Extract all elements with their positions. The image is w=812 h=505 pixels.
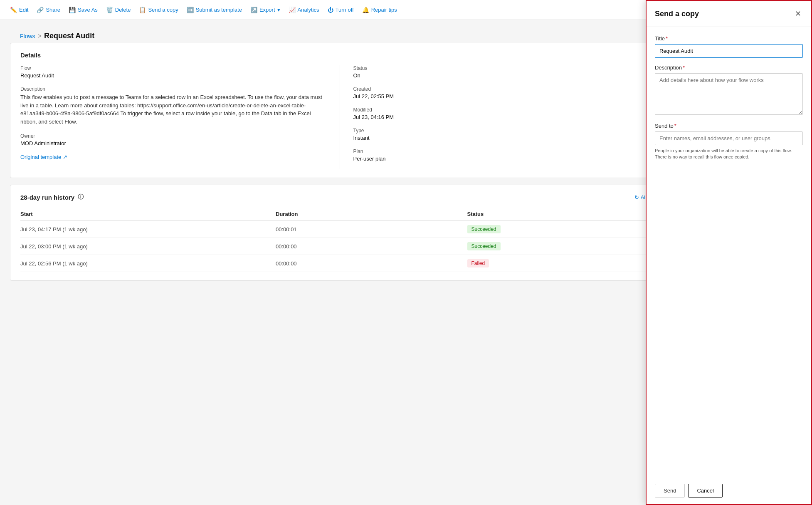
breadcrumb-flows-link[interactable]: Flows xyxy=(20,33,35,40)
run-history-table: Start Duration Status Jul 23, 04:17 PM (… xyxy=(20,208,659,272)
toolbar-save-as[interactable]: 💾 Save As xyxy=(65,5,101,15)
status-label: Status xyxy=(353,65,659,71)
toolbar-submit-template[interactable]: ➡️ Submit as template xyxy=(183,5,245,15)
run-start: Jul 22, 03:00 PM (1 wk ago) xyxy=(20,238,276,255)
modified-label: Modified xyxy=(353,107,659,113)
title-label: Title * xyxy=(655,35,803,42)
send-button[interactable]: Send xyxy=(655,484,685,498)
save-as-icon: 💾 xyxy=(69,7,76,13)
col-header-start: Start xyxy=(20,208,276,221)
run-start: Jul 23, 04:17 PM (1 wk ago) xyxy=(20,221,276,238)
table-row[interactable]: Jul 23, 04:17 PM (1 wk ago) 00:00:01 Suc… xyxy=(20,221,659,238)
flow-label: Flow xyxy=(20,65,326,71)
toolbar-delete[interactable]: 🗑️ Delete xyxy=(103,5,134,15)
run-status: Succeeded xyxy=(467,238,659,255)
owner-label: Owner xyxy=(20,133,326,139)
panel-footer: Send Cancel xyxy=(647,477,811,504)
run-history-card: 28-day run history ⓘ ↻ All runs Start Du… xyxy=(10,185,669,281)
toolbar-share[interactable]: 🔗 Share xyxy=(33,5,64,15)
status-badge: Succeeded xyxy=(467,242,501,250)
breadcrumb-separator: > xyxy=(38,32,42,40)
details-title: Details xyxy=(20,52,41,59)
run-duration: 00:00:00 xyxy=(276,238,467,255)
toolbar-export[interactable]: ↗️ Export ▾ xyxy=(247,5,284,15)
status-field: Status On xyxy=(353,65,659,79)
run-status: Succeeded xyxy=(467,221,659,238)
created-value: Jul 22, 02:55 PM xyxy=(353,93,659,99)
original-template-link[interactable]: Original template ↗ xyxy=(20,154,326,160)
modified-field: Modified Jul 23, 04:16 PM xyxy=(353,107,659,120)
cancel-button[interactable]: Cancel xyxy=(688,484,722,498)
run-history-title: 28-day run history ⓘ xyxy=(20,193,84,201)
col-header-status: Status xyxy=(467,208,659,221)
description-textarea[interactable] xyxy=(655,73,803,115)
description-value: This flow enables you to post a message … xyxy=(20,93,326,126)
flow-value: Request Audit xyxy=(20,72,326,79)
status-badge: Failed xyxy=(467,259,489,267)
analytics-icon: 📈 xyxy=(289,7,296,13)
run-history-header: 28-day run history ⓘ ↻ All runs xyxy=(20,193,659,201)
details-right: Status On Created Jul 22, 02:55 PM Modif… xyxy=(340,65,659,169)
status-value: On xyxy=(353,72,659,79)
toolbar-send-copy[interactable]: 📋 Send a copy xyxy=(136,5,181,15)
toolbar-edit[interactable]: ✏️ Edit xyxy=(7,5,32,15)
description-field: Description * xyxy=(655,64,803,116)
toolbar-repair-tips[interactable]: 🔔 Repair tips xyxy=(359,5,400,15)
plan-label: Plan xyxy=(353,149,659,154)
send-copy-panel: Send a copy ✕ Title * Description * Send… xyxy=(646,0,812,505)
toolbar-analytics[interactable]: 📈 Analytics xyxy=(285,5,323,15)
title-required: * xyxy=(666,35,668,42)
table-row[interactable]: Jul 22, 02:56 PM (1 wk ago) 00:00:00 Fai… xyxy=(20,255,659,272)
plan-field: Plan Per-user plan xyxy=(353,149,659,162)
panel-body: Title * Description * Send to * People i… xyxy=(647,27,811,477)
left-content: Flows > Request Audit Details Edit Flow … xyxy=(0,20,679,505)
plan-value: Per-user plan xyxy=(353,156,659,162)
send-to-label: Send to * xyxy=(655,123,803,129)
share-icon: 🔗 xyxy=(37,7,44,13)
send-to-input[interactable] xyxy=(655,131,803,145)
type-field: Type Instant xyxy=(353,128,659,141)
breadcrumb: Flows > Request Audit xyxy=(10,27,669,43)
table-row[interactable]: Jul 22, 03:00 PM (1 wk ago) 00:00:00 Suc… xyxy=(20,238,659,255)
type-label: Type xyxy=(353,128,659,134)
run-duration: 00:00:00 xyxy=(276,255,467,272)
details-card-header: Details Edit xyxy=(20,52,659,59)
toolbar-turn-off[interactable]: ⏻ Turn off xyxy=(324,5,357,15)
refresh-icon: ↻ xyxy=(634,194,639,201)
repair-tips-icon: 🔔 xyxy=(362,7,369,13)
description-label: Description xyxy=(20,86,326,92)
owner-value: MOD Administrator xyxy=(20,140,326,146)
title-input[interactable] xyxy=(655,44,803,58)
panel-header: Send a copy ✕ xyxy=(647,1,811,27)
send-to-required: * xyxy=(674,123,676,129)
type-value: Instant xyxy=(353,135,659,141)
modified-value: Jul 23, 04:16 PM xyxy=(353,114,659,120)
run-status: Failed xyxy=(467,255,659,272)
breadcrumb-current: Request Audit xyxy=(44,32,94,40)
description-label: Description * xyxy=(655,64,803,71)
panel-close-button[interactable]: ✕ xyxy=(793,7,803,20)
flow-field: Flow Request Audit xyxy=(20,65,326,79)
col-header-duration: Duration xyxy=(276,208,467,221)
info-icon[interactable]: ⓘ xyxy=(78,193,84,201)
send-copy-icon: 📋 xyxy=(139,7,146,13)
details-grid: Flow Request Audit Description This flow… xyxy=(20,65,659,169)
export-icon: ↗️ xyxy=(250,7,257,13)
send-to-hint: People in your organization will be able… xyxy=(655,148,803,161)
run-start: Jul 22, 02:56 PM (1 wk ago) xyxy=(20,255,276,272)
turn-off-icon: ⏻ xyxy=(328,7,333,13)
submit-template-icon: ➡️ xyxy=(187,7,194,13)
panel-title: Send a copy xyxy=(655,10,699,18)
delete-icon: 🗑️ xyxy=(106,7,113,13)
title-field: Title * xyxy=(655,35,803,58)
created-label: Created xyxy=(353,86,659,92)
status-badge: Succeeded xyxy=(467,225,501,233)
description-field: Description This flow enables you to pos… xyxy=(20,86,326,126)
external-link-icon: ↗ xyxy=(63,154,67,160)
edit-icon: ✏️ xyxy=(10,7,17,13)
send-to-field: Send to * People in your organization wi… xyxy=(655,123,803,161)
run-duration: 00:00:01 xyxy=(276,221,467,238)
details-left: Flow Request Audit Description This flow… xyxy=(20,65,340,169)
description-required: * xyxy=(683,64,685,71)
details-card: Details Edit Flow Request Audit Descript… xyxy=(10,43,669,178)
